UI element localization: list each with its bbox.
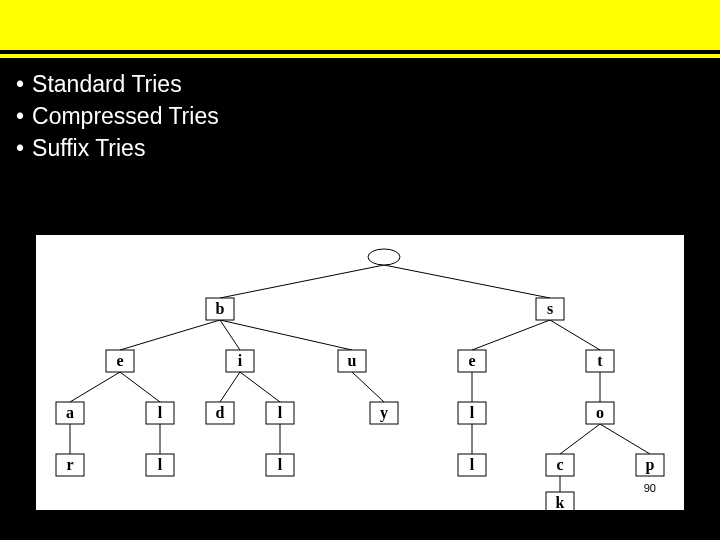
trie-node-label: e — [468, 352, 475, 369]
trie-node-label: c — [556, 456, 563, 473]
svg-line-18 — [560, 424, 600, 454]
svg-line-0 — [220, 265, 384, 298]
trie-node-label: l — [158, 404, 163, 421]
svg-line-19 — [600, 424, 650, 454]
list-item: •Standard Tries — [16, 68, 704, 100]
trie-node-label: k — [556, 494, 565, 510]
trie-node-label: d — [216, 404, 225, 421]
bullet-text: Standard Tries — [32, 68, 182, 100]
trie-svg: bseiuetaldlylorlllcpk — [36, 235, 684, 510]
trie-node-label: p — [646, 456, 655, 474]
svg-line-11 — [352, 372, 384, 402]
bullet-list: •Standard Tries •Compressed Tries •Suffi… — [0, 58, 720, 169]
svg-line-8 — [120, 372, 160, 402]
trie-node-label: i — [238, 352, 243, 369]
page-number: 90 — [644, 482, 656, 494]
list-item: •Compressed Tries — [16, 100, 704, 132]
svg-line-9 — [220, 372, 240, 402]
trie-node-label: r — [66, 456, 73, 473]
trie-node-label: s — [547, 300, 553, 317]
svg-line-1 — [384, 265, 550, 298]
trie-node-label: l — [278, 456, 283, 473]
list-item: •Suffix Tries — [16, 132, 704, 164]
trie-node-label: l — [470, 404, 475, 421]
trie-node-label: o — [596, 404, 604, 421]
trie-node-label: l — [158, 456, 163, 473]
trie-node-label: a — [66, 404, 74, 421]
trie-node-label: e — [116, 352, 123, 369]
svg-line-6 — [550, 320, 600, 350]
trie-diagram: bseiuetaldlylorlllcpk 90 — [36, 235, 684, 510]
svg-line-2 — [120, 320, 220, 350]
svg-line-3 — [220, 320, 240, 350]
svg-line-10 — [240, 372, 280, 402]
bullet-text: Suffix Tries — [32, 132, 145, 164]
page-title: TRIES — [546, 0, 710, 60]
bullet-text: Compressed Tries — [32, 100, 219, 132]
trie-root — [368, 249, 400, 265]
trie-node-label: u — [348, 352, 357, 369]
trie-node-label: l — [470, 456, 475, 473]
svg-line-4 — [220, 320, 352, 350]
trie-node-label: l — [278, 404, 283, 421]
trie-node-label: y — [380, 404, 388, 422]
trie-node-label: b — [216, 300, 225, 317]
svg-line-7 — [70, 372, 120, 402]
trie-node-label: t — [597, 352, 603, 369]
svg-line-5 — [472, 320, 550, 350]
